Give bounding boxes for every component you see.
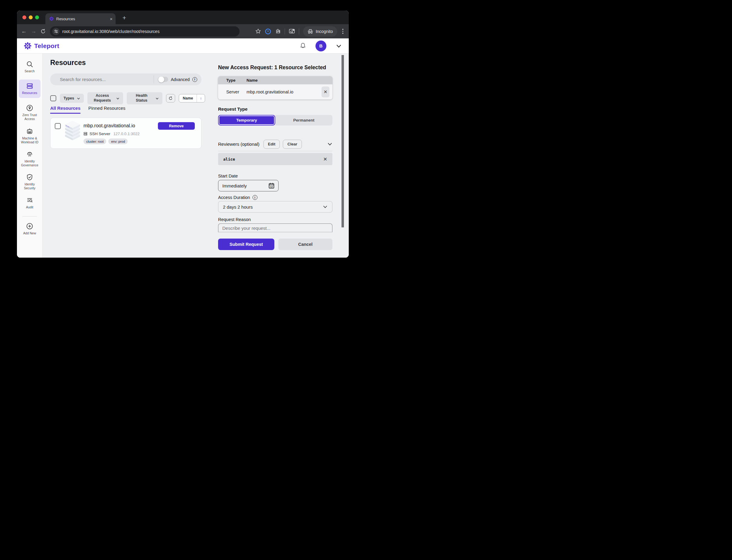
browser-menu-icon[interactable] <box>341 29 345 34</box>
browser-window: Resources × + ← → roo <box>17 11 349 258</box>
sidebar-item-label: Add New <box>23 231 36 235</box>
back-icon[interactable]: ← <box>21 28 27 34</box>
main-content: Resources Advanced i Types Access Reques… <box>43 54 349 258</box>
column-header-type: Type <box>218 78 246 83</box>
resource-address: 127.0.0.1:3022 <box>113 132 140 136</box>
access-requests-filter-label: Access Requests <box>91 93 113 103</box>
tab-strip: Resources × + <box>17 11 349 24</box>
account-chevron-down-icon[interactable] <box>335 43 342 49</box>
types-filter-button[interactable]: Types <box>60 94 84 103</box>
request-reason-label: Request Reason <box>218 217 251 222</box>
start-date-value: Immediately <box>222 183 247 188</box>
close-window-button[interactable] <box>22 15 26 19</box>
sidebar-item-identity-governance[interactable]: Identity Governance <box>19 151 41 167</box>
resource-label-pill[interactable]: cluster: root <box>83 138 106 144</box>
reviewers-chevron-down-icon[interactable] <box>327 142 332 147</box>
start-date-label: Start Date <box>218 174 238 178</box>
tab-pinned-resources[interactable]: Pinned Resources <box>88 106 125 114</box>
resource-checkbox[interactable] <box>55 123 61 129</box>
sidebar-item-label: Identity Governance <box>19 159 41 167</box>
site-settings-icon[interactable] <box>52 28 60 35</box>
shield-check-icon <box>26 174 33 181</box>
request-type-permanent-button[interactable]: Permanent <box>275 115 332 125</box>
search-input[interactable] <box>60 77 154 82</box>
keyhole-circle-icon <box>26 104 33 112</box>
teleport-favicon-icon <box>49 16 54 21</box>
bookmark-star-icon[interactable] <box>255 28 261 34</box>
reviewers-label: Reviewers (optional) <box>218 142 259 147</box>
sidebar-item-search[interactable]: Search <box>19 61 41 73</box>
forward-icon[interactable]: → <box>31 28 36 34</box>
sidebar-item-audit[interactable]: Audit <box>19 197 41 209</box>
toolbar-divider <box>299 28 299 34</box>
sidebar-item-identity-security[interactable]: Identity Security <box>19 174 41 190</box>
brand-name: Teleport <box>34 42 59 50</box>
access-duration-select[interactable]: 2 days 2 hours <box>218 201 332 213</box>
resource-name: mbp.root.gravitational.io <box>83 123 135 129</box>
incognito-icon <box>307 29 313 34</box>
sort-ascending-icon: ↑ <box>197 96 205 101</box>
advanced-info-icon[interactable]: i <box>192 77 197 82</box>
minimize-window-button[interactable] <box>29 15 33 19</box>
remove-resource-button[interactable]: Remove <box>158 122 195 130</box>
address-bar[interactable]: root.gravitational.io:3080/web/cluster/r… <box>50 26 239 37</box>
url-text: root.gravitational.io:3080/web/cluster/r… <box>62 29 159 34</box>
access-request-heading: New Access Request: 1 Resource Selected <box>218 64 326 71</box>
request-type-temporary-button[interactable]: Temporary <box>218 115 275 125</box>
server-kind-icon <box>83 132 87 136</box>
resource-card[interactable]: mbp.root.gravitational.io SSH Server 127… <box>50 118 201 149</box>
teleport-gear-icon <box>24 42 32 50</box>
select-all-checkbox[interactable] <box>50 95 56 101</box>
submit-request-button[interactable]: Submit Request <box>218 239 274 250</box>
sort-by-name-button[interactable]: Name ↑ <box>179 94 205 103</box>
reviewer-name: alice <box>223 157 235 161</box>
sidebar-item-label: Identity Security <box>19 182 41 190</box>
access-duration-label-row: Access Duration i <box>218 195 257 200</box>
duration-info-icon[interactable]: i <box>252 195 257 200</box>
incognito-label: Incognito <box>316 29 333 34</box>
teleport-logo[interactable]: Teleport <box>24 42 59 50</box>
reload-icon[interactable] <box>41 29 46 34</box>
tab-title: Resources <box>56 17 107 21</box>
new-tab-button[interactable]: + <box>120 13 129 22</box>
page-scrollbar-thumb[interactable] <box>341 55 344 227</box>
health-status-filter-button[interactable]: Health Status <box>127 92 162 104</box>
notifications-bell-icon[interactable] <box>299 42 306 49</box>
sidebar-item-machine-workload-id[interactable]: Machine & Workload ID <box>19 128 41 144</box>
app-header: Teleport B <box>17 38 349 54</box>
tab-close-icon[interactable]: × <box>110 16 112 21</box>
advanced-toggle[interactable] <box>158 77 168 82</box>
chevron-down-icon <box>116 97 119 100</box>
chevron-down-icon <box>155 97 159 100</box>
calendar-icon: 12 <box>268 183 274 189</box>
request-reason-field <box>218 223 332 232</box>
table-row: Server mbp.root.gravitational.io ✕ <box>218 84 332 99</box>
access-requests-filter-button[interactable]: Access Requests <box>87 92 123 104</box>
password-manager-extension-icon[interactable] <box>265 28 271 34</box>
advanced-label: Advanced <box>171 77 190 82</box>
remove-reviewer-button[interactable]: ✕ <box>323 156 327 162</box>
sidebar-divider <box>22 216 37 217</box>
refresh-button[interactable] <box>166 94 175 103</box>
sidebar-item-zero-trust-access[interactable]: Zero Trust Access <box>19 104 41 121</box>
side-panel-search-icon[interactable] <box>289 29 295 34</box>
clear-reviewers-button[interactable]: Clear <box>283 140 302 149</box>
sidebar-item-add-new[interactable]: Add New <box>19 223 41 235</box>
robot-icon <box>26 128 33 135</box>
sidebar-item-resources[interactable]: Resources <box>19 80 41 98</box>
sidebar-item-label: Machine & Workload ID <box>19 136 41 144</box>
extensions-puzzle-icon[interactable] <box>275 28 281 34</box>
zoom-window-button[interactable] <box>35 15 39 19</box>
start-date-input[interactable]: Immediately 12 <box>218 180 278 191</box>
cancel-button[interactable]: Cancel <box>278 239 332 250</box>
edit-reviewers-button[interactable]: Edit <box>263 140 280 149</box>
resource-label-pill[interactable]: env: prod <box>108 138 128 144</box>
browser-tab[interactable]: Resources × <box>45 13 115 24</box>
browser-toolbar: ← → root.gravitational.io:3080/web/clust… <box>17 24 349 38</box>
request-reason-textarea[interactable] <box>218 224 332 232</box>
tab-all-resources[interactable]: All Resources <box>50 106 80 114</box>
table-header-row: Type Name <box>218 76 332 84</box>
user-avatar[interactable]: B <box>315 41 326 51</box>
remove-selected-resource-button[interactable]: ✕ <box>321 86 329 97</box>
request-type-segmented-control: Temporary Permanent <box>218 115 332 125</box>
